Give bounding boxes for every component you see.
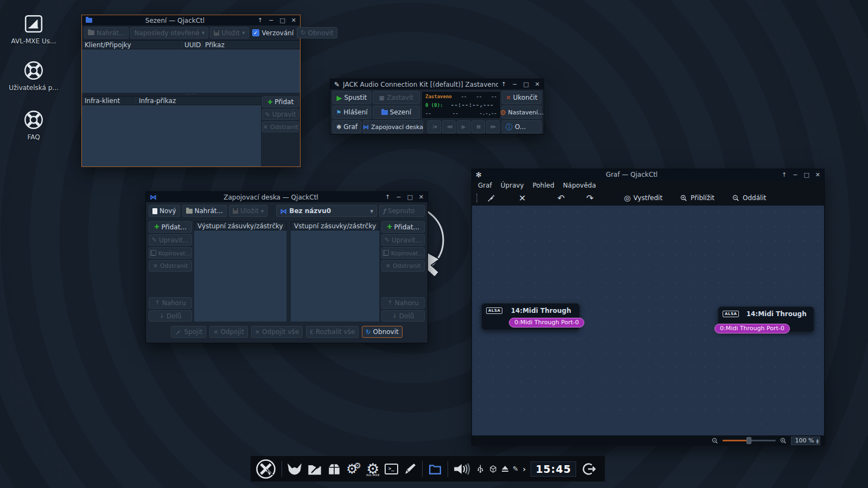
disconnect-all-button[interactable]: ✕Odpojit vše xyxy=(251,326,303,338)
input-port[interactable]: 0:Midi Through Port-0 xyxy=(714,324,790,333)
zoom-in-icon[interactable] xyxy=(780,437,787,445)
input-remove-button[interactable]: ✕Odstranit xyxy=(381,260,425,272)
launcher-pen-tool[interactable] xyxy=(403,463,417,476)
zoom-out-icon[interactable] xyxy=(711,437,719,445)
minimize-icon[interactable]: − xyxy=(396,194,401,200)
tray-expand-chevron-icon[interactable]: › xyxy=(523,465,526,473)
column-header[interactable]: Infra-klient xyxy=(82,97,136,105)
rollup-icon[interactable]: ↑ xyxy=(501,81,506,87)
graph-titlebar[interactable]: ✻ Graf — QjackCtl ↑ − □ ✕ xyxy=(472,169,824,180)
session-titlebar[interactable]: Sezení — QjackCtl ↑ − □ ✕ xyxy=(82,15,300,25)
close-icon[interactable]: ✕ xyxy=(291,17,296,23)
zoom-in-button[interactable]: Přiblížit xyxy=(675,192,719,204)
rollup-icon[interactable]: ↑ xyxy=(782,172,787,178)
tray-pen-icon[interactable]: ✎ xyxy=(513,465,519,473)
close-icon[interactable]: ✕ xyxy=(815,172,820,178)
session-button[interactable]: Sezení xyxy=(373,106,420,119)
output-remove-button[interactable]: ✕Odstranit xyxy=(149,260,192,272)
quit-button[interactable]: ✕Ukončit xyxy=(502,91,541,104)
output-up-button[interactable]: ↑Nahoru xyxy=(149,297,192,309)
patchbay-save-button[interactable]: Uložit▾ xyxy=(229,205,267,217)
transport-play-button[interactable]: ▶ xyxy=(457,120,470,133)
desktop-icon-avl-mxe-users[interactable]: AVL-MXE Us... xyxy=(1,14,66,45)
output-add-button[interactable]: ✚Přidat... xyxy=(149,221,192,233)
input-copy-button[interactable]: Kopírovat... xyxy=(381,247,425,259)
taskbar-clock[interactable]: 15:45 xyxy=(531,461,576,477)
output-sockets-header[interactable]: Výstupní zásuvky/zástrčky xyxy=(194,221,286,230)
maximize-icon[interactable]: □ xyxy=(279,17,285,23)
menu-napoveda[interactable]: Nápověda xyxy=(559,181,601,190)
transport-rewind-start-button[interactable]: |◀ xyxy=(427,120,441,133)
window-button-session[interactable] xyxy=(427,463,443,476)
transport-rewind-button[interactable]: ◀◀ xyxy=(442,120,456,133)
input-sockets-header[interactable]: Vstupní zásuvky/zástrčky xyxy=(291,221,379,230)
launcher-file-manager[interactable] xyxy=(307,463,322,476)
output-port[interactable]: 0:Midi Through Port-0 xyxy=(509,318,584,328)
session-recent-button[interactable]: Naposledy otevřené▾ xyxy=(130,27,208,38)
zoom-percent-spinbox[interactable]: 100 %▲▼ xyxy=(791,436,820,445)
tray-package-icon[interactable] xyxy=(489,465,497,473)
graph-node-midi-through-output[interactable]: ALSA 14:Midi Through 0:Midi Through Port… xyxy=(481,303,580,330)
input-add-button[interactable]: ✚Přidat... xyxy=(381,221,425,233)
session-infra-list[interactable] xyxy=(82,105,261,166)
patchbay-load-button[interactable]: Nahrát... xyxy=(182,205,227,217)
infra-edit-button[interactable]: ✎Upravit xyxy=(262,109,299,120)
launcher-avl-mxe-tools[interactable]: ⚙ AVL-MXE xyxy=(366,461,380,477)
session-load-button[interactable]: Nahrát... xyxy=(84,27,129,38)
expand-all-button[interactable]: €Rozbalit vše xyxy=(306,326,359,338)
redo-button[interactable]: ↷ xyxy=(582,191,598,205)
minimize-icon[interactable]: − xyxy=(512,81,517,87)
output-copy-button[interactable]: Kopírovat... xyxy=(149,247,192,259)
center-view-button[interactable]: ◎Vystředit xyxy=(620,192,667,204)
column-header[interactable]: UUID xyxy=(182,41,202,49)
graph-node-midi-through-input[interactable]: ALSA 14:Midi Through 0:Midi Through Port… xyxy=(718,306,814,332)
session-clients-list[interactable] xyxy=(82,49,300,93)
session-infra-header[interactable]: Infra-klient Infra-příkaz xyxy=(82,96,261,105)
infra-remove-button[interactable]: ✕Odstranit xyxy=(262,121,299,132)
zoom-slider-handle[interactable] xyxy=(746,437,751,444)
patchbay-refresh-button[interactable]: ↻Obnovit xyxy=(362,326,402,338)
output-edit-button[interactable]: ✎Upravit... xyxy=(149,234,192,246)
menu-pohled[interactable]: Pohled xyxy=(528,181,559,190)
zoom-slider[interactable] xyxy=(723,440,776,441)
patchbay-preset-combobox[interactable]: ⋈Bez názvu0▾ xyxy=(276,205,377,217)
spinner-arrows-icon[interactable]: ▲▼ xyxy=(816,438,819,444)
launcher-terminal[interactable]: >_ xyxy=(385,464,398,474)
settings-button[interactable]: ⚙Nastavení... xyxy=(502,106,541,119)
column-header[interactable]: Klient/Připojky xyxy=(82,41,182,49)
launcher-fox-app[interactable] xyxy=(287,463,302,476)
menu-upravy[interactable]: Úpravy xyxy=(496,181,528,190)
avl-mxe-menu-button[interactable] xyxy=(255,458,277,480)
desktop-icon-user-guide[interactable]: Uživatelská p... xyxy=(1,61,66,92)
launcher-package-manager[interactable] xyxy=(327,463,341,476)
graph-disconnect-button[interactable]: ✕ xyxy=(514,191,530,205)
input-up-button[interactable]: ↑Nahoru xyxy=(381,297,425,309)
column-header[interactable]: Infra-příkaz xyxy=(136,97,261,105)
menu-graf[interactable]: Graf xyxy=(474,181,496,190)
patchbay-button[interactable]: ⋈Zapojovací deska xyxy=(363,120,423,133)
about-button[interactable]: ⓘO... xyxy=(502,120,541,133)
rollup-icon[interactable]: ↑ xyxy=(258,17,263,23)
session-save-button[interactable]: Uložit▾ xyxy=(210,27,248,38)
messages-button[interactable]: ⚑Hlášení xyxy=(333,106,371,119)
input-down-button[interactable]: ↓Dolů xyxy=(381,310,425,322)
patchbay-activated-button[interactable]: ƒSepnuto xyxy=(379,205,425,217)
column-header[interactable]: Příkaz xyxy=(202,41,300,49)
maximize-icon[interactable]: □ xyxy=(407,194,412,200)
stop-button[interactable]: ■Zastavit xyxy=(373,91,420,104)
launcher-system-settings[interactable]: ⚙⚙ xyxy=(346,463,361,476)
transport-pause-button[interactable]: ▮▮ xyxy=(471,120,485,133)
transport-forward-button[interactable]: ▶▶ xyxy=(486,120,500,133)
start-button[interactable]: ▶Spustit xyxy=(333,91,371,104)
versioning-checkbox[interactable]: ✓Verzování xyxy=(251,29,296,37)
output-down-button[interactable]: ↓Dolů xyxy=(149,310,192,322)
tray-usb-icon[interactable] xyxy=(476,464,484,473)
zoom-out-button[interactable]: Oddálit xyxy=(727,192,770,204)
volume-button[interactable] xyxy=(453,461,471,477)
desktop-icon-faq[interactable]: FAQ xyxy=(1,110,66,141)
patchbay-new-button[interactable]: Nový xyxy=(149,205,180,217)
patchbay-titlebar[interactable]: ⋈ Zapojovací deska — QjackCtl ↑ − □ ✕ xyxy=(146,192,427,202)
connect-button[interactable]: Spojit xyxy=(171,326,206,338)
logout-button[interactable] xyxy=(581,462,596,476)
undo-button[interactable]: ↶ xyxy=(553,191,569,205)
